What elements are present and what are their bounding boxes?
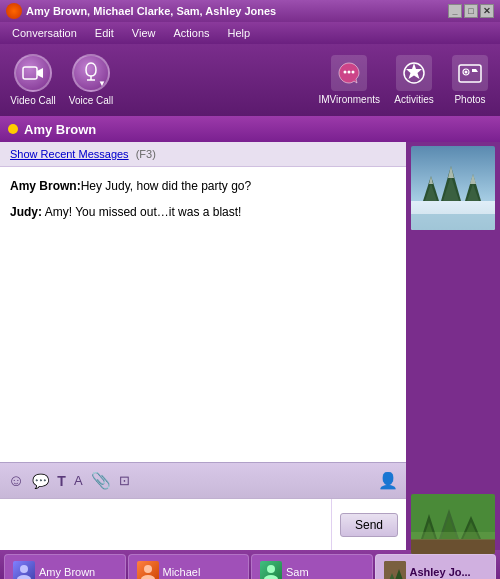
voice-call-icon: ▼: [72, 54, 110, 92]
tab-ashley[interactable]: Ashley Jo...: [375, 554, 497, 579]
svg-point-35: [141, 575, 155, 580]
svg-point-5: [348, 71, 351, 74]
imvironments-button[interactable]: IMVironments: [318, 55, 380, 105]
menu-bar: Conversation Edit View Actions Help: [0, 22, 500, 44]
video-call-icon: [14, 54, 52, 92]
video-call-label: Video Call: [10, 95, 55, 106]
voice-call-label: Voice Call: [69, 95, 113, 106]
svg-point-10: [465, 71, 468, 74]
font-button[interactable]: T: [57, 473, 66, 489]
tab-sam[interactable]: Sam: [251, 554, 373, 579]
chat-input[interactable]: [0, 499, 331, 550]
activities-button[interactable]: Activities: [392, 55, 436, 105]
tab-label-sam: Sam: [286, 566, 309, 578]
sidebar-photo-2: [411, 494, 495, 554]
message-1-text: Hey Judy, how did the party go?: [81, 179, 252, 193]
maximize-button[interactable]: □: [464, 4, 478, 18]
screenshot-button[interactable]: ⊡: [119, 473, 130, 488]
tab-michael[interactable]: Michael: [128, 554, 250, 579]
svg-point-4: [344, 71, 347, 74]
imvironments-label: IMVironments: [318, 94, 380, 105]
menu-edit[interactable]: Edit: [87, 25, 122, 41]
attach-button[interactable]: 📎: [91, 471, 111, 490]
input-toolbar: ☺ 💬 T A 📎 ⊡ 👤: [0, 462, 406, 498]
window-controls: _ □ ✕: [448, 4, 494, 18]
svg-point-37: [264, 575, 278, 580]
right-sidebar-input: [406, 498, 500, 550]
svg-rect-0: [23, 67, 37, 79]
send-btn-area: Send: [331, 499, 406, 550]
contact-name: Amy Brown: [24, 122, 96, 137]
tab-label-michael: Michael: [163, 566, 201, 578]
tab-avatar-ashley: [384, 561, 406, 580]
svg-point-36: [267, 565, 275, 573]
photos-icon: [452, 55, 488, 91]
tab-avatar-amy: [13, 561, 35, 580]
svg-rect-24: [411, 539, 495, 554]
menu-help[interactable]: Help: [220, 25, 259, 41]
message-2-sender: Judy:: [10, 205, 42, 219]
svg-rect-38: [384, 561, 406, 580]
message-2: Judy: Amy! You missed out…it was a blast…: [10, 203, 396, 221]
emoticon-button[interactable]: ☺: [8, 472, 24, 490]
app-icon: [6, 3, 22, 19]
show-recent-shortcut: (F3): [136, 148, 156, 160]
menu-actions[interactable]: Actions: [165, 25, 217, 41]
main-content: Show Recent Messages (F3) Amy Brown:Hey …: [0, 142, 500, 462]
input-toolbar-row: ☺ 💬 T A 📎 ⊡ 👤: [0, 462, 500, 498]
video-call-button[interactable]: Video Call: [8, 54, 58, 106]
voice-call-button[interactable]: ▼ Voice Call: [66, 54, 116, 106]
title-bar: Amy Brown, Michael Clarke, Sam, Ashley J…: [0, 0, 500, 22]
chat-messages: Amy Brown:Hey Judy, how did the party go…: [0, 167, 406, 462]
window-title: Amy Brown, Michael Clarke, Sam, Ashley J…: [26, 5, 448, 17]
show-recent-link[interactable]: Show Recent Messages: [10, 148, 129, 160]
photos-button[interactable]: Photos: [448, 55, 492, 105]
minimize-button[interactable]: _: [448, 4, 462, 18]
right-sidebar-input-toolbar: [406, 462, 500, 498]
tab-avatar-michael: [137, 561, 159, 580]
tab-amy-brown[interactable]: Amy Brown: [4, 554, 126, 579]
send-button[interactable]: Send: [340, 513, 398, 537]
message-2-text: Amy! You missed out…it was a blast!: [42, 205, 241, 219]
nudge-button[interactable]: 💬: [32, 473, 49, 489]
close-button[interactable]: ✕: [480, 4, 494, 18]
svg-rect-31: [411, 532, 495, 540]
tab-label-ashley: Ashley Jo...: [410, 566, 471, 578]
input-area: Send: [0, 498, 406, 550]
toolbar: Video Call ▼ Voice Call IMVironmen: [0, 44, 500, 116]
right-sidebar: [406, 142, 500, 462]
toolbar-right: IMVironments Activities Photos: [318, 55, 492, 105]
svg-point-34: [144, 565, 152, 573]
svg-rect-8: [459, 65, 481, 82]
photos-label: Photos: [454, 94, 485, 105]
show-recent-bar: Show Recent Messages (F3): [0, 142, 406, 167]
chat-area: Show Recent Messages (F3) Amy Brown:Hey …: [0, 142, 406, 462]
input-area-row: Send: [0, 498, 500, 550]
activities-icon: [396, 55, 432, 91]
sidebar-photo-1: [411, 146, 495, 230]
svg-marker-1: [37, 68, 43, 78]
message-1: Amy Brown:Hey Judy, how did the party go…: [10, 177, 396, 195]
status-dot: [8, 124, 18, 134]
tabs-bar: Amy Brown Michael Sam Ashl: [0, 550, 500, 579]
contact-bar: Amy Brown: [0, 116, 500, 142]
menu-conversation[interactable]: Conversation: [4, 25, 85, 41]
imvironments-icon: [331, 55, 367, 91]
svg-point-33: [17, 575, 31, 580]
message-1-sender: Amy Brown:: [10, 179, 81, 193]
menu-view[interactable]: View: [124, 25, 164, 41]
svg-point-32: [20, 565, 28, 573]
color-button[interactable]: A: [74, 473, 83, 488]
tab-label-amy: Amy Brown: [39, 566, 95, 578]
activities-label: Activities: [394, 94, 433, 105]
add-contact-button[interactable]: 👤: [378, 471, 398, 490]
svg-point-6: [352, 71, 355, 74]
tab-avatar-sam: [260, 561, 282, 580]
svg-rect-22: [411, 214, 495, 230]
